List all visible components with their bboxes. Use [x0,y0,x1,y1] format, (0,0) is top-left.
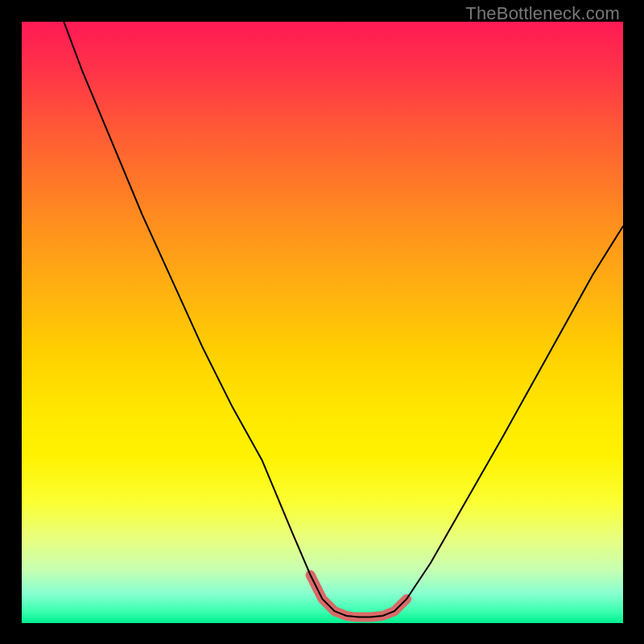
bottleneck-curve [64,22,623,617]
curve-group [64,22,623,617]
chart-frame: TheBottleneck.com [0,0,644,644]
marker-group [311,575,407,617]
plot-area [22,22,623,623]
optimal-zone-marker [311,575,407,617]
chart-svg [22,22,623,623]
attribution-text: TheBottleneck.com [465,3,620,24]
